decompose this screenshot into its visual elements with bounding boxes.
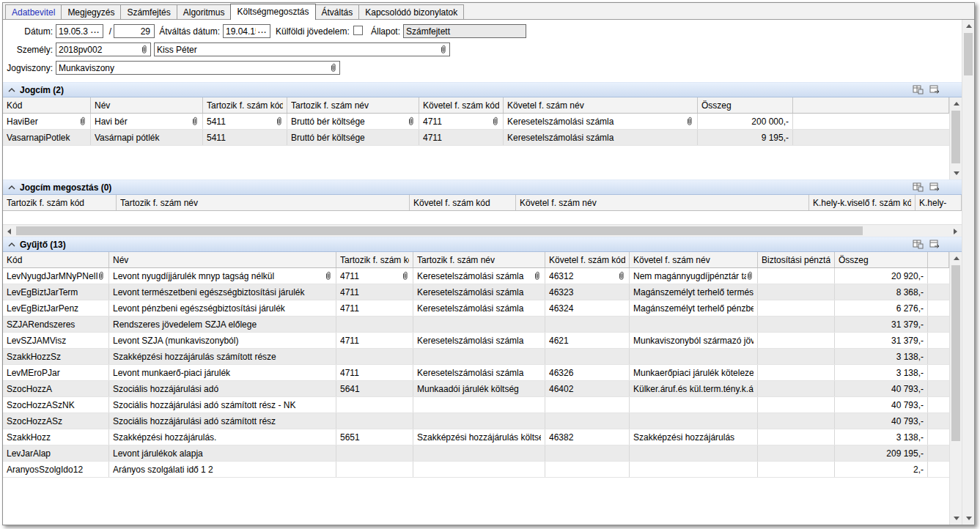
table-row[interactable]: LevJarAlapLevont járulékok alapja209 195… [3,445,949,462]
table-row[interactable]: LevEgBiztJarPenzLevont pénzbeni egészség… [3,300,949,317]
tab-kapcsolódó-bizonylatok[interactable]: Kapcsolódó bizonylatok [358,4,464,19]
scroll-thumb[interactable] [16,226,863,235]
attachment-icon[interactable] [534,271,541,281]
szemely-code-field[interactable]: 2018pv002 [56,42,151,56]
date-picker-button[interactable]: ... [89,26,100,37]
table-row[interactable]: LevNyugdJarMNyPNelILevont nyugdíjjárulék… [3,268,949,284]
tab-átváltás[interactable]: Átváltás [315,4,360,19]
table-row[interactable]: SzocHozzASzNKSzociális hozzájárulási adó… [3,397,949,413]
column-header[interactable]: K.hely-k.viselő f. szám kód [809,195,915,210]
section-header-gyujto[interactable]: Gyűjtő (13) [3,237,962,252]
attachment-icon[interactable] [97,271,105,281]
column-header[interactable]: Követel f. szám név [630,252,758,267]
scroll-up-button[interactable] [962,20,974,32]
column-header[interactable]: Tartozik f. szám kód [203,97,287,113]
column-header[interactable]: Követel f. szám kód [419,97,504,113]
section-header-jogcim-megosztas[interactable]: Jogcím megosztás (0) [3,180,962,195]
table-row[interactable]: LevSZJAMViszLevont SZJA (munkaviszonyból… [3,333,949,349]
attachment-icon[interactable] [408,116,415,126]
scroll-thumb[interactable] [951,111,960,163]
atvaltas-datum-field[interactable]: 19.04.15. ... [223,24,270,38]
grid-export-icon[interactable] [929,240,940,249]
scroll-down-button[interactable] [950,512,962,525]
megosztas-horizontal-scrollbar[interactable] [3,224,962,237]
tab-számfejtés[interactable]: Számfejtés [120,4,177,19]
cell-text: SzakkHozz [7,432,105,443]
column-header[interactable]: Követel f. szám név [504,97,698,113]
column-header[interactable]: Név [109,252,336,267]
scroll-track[interactable] [950,264,962,512]
jogcim-vertical-scrollbar[interactable] [949,97,962,180]
scroll-left-button[interactable] [3,225,15,237]
grid-layout-icon[interactable] [913,182,924,192]
scroll-down-button[interactable] [962,512,974,525]
column-header[interactable]: Név [91,97,203,113]
attachment-icon[interactable] [492,116,499,126]
attachment-icon[interactable] [79,116,86,126]
section-header-jogcim[interactable]: Jogcím (2) [3,82,962,97]
table-row[interactable]: SZJARendszeresRendszeres jövedelem SZJA … [3,317,949,333]
scroll-track[interactable] [15,225,949,237]
attachment-icon[interactable] [191,116,199,126]
attachment-icon[interactable] [440,45,447,54]
gyujto-vertical-scrollbar[interactable] [949,252,962,525]
grid-export-icon[interactable] [929,85,940,95]
column-header[interactable]: Kód [3,97,91,113]
scroll-track[interactable] [950,110,962,167]
column-header[interactable]: Tartozik f. szám kód [336,252,413,267]
table-row[interactable]: LevMEroPJarLevont munkaerő-piaci járulék… [3,365,949,381]
column-header[interactable]: K.hely- [915,195,962,210]
scroll-right-button[interactable] [949,225,962,237]
grid-layout-icon[interactable] [913,240,924,249]
column-header[interactable]: Tartozik f. szám név [413,252,545,267]
date-picker-button[interactable]: ... [256,26,268,37]
column-header[interactable]: Követel f. szám név [516,195,809,210]
datum-field[interactable]: 19.05.31. ... [56,24,103,38]
attachment-icon[interactable] [276,116,283,126]
kulfoldi-jovedelem-checkbox[interactable] [353,26,363,35]
table-row[interactable]: HaviBerHavi bér5411Bruttó bér költsége47… [3,114,949,130]
tab-adatbevitel[interactable]: Adatbevitel [5,4,62,19]
attachment-icon[interactable] [618,271,625,281]
column-header[interactable] [928,252,949,267]
scroll-thumb[interactable] [964,33,973,75]
table-row[interactable]: VasarnapiPotlekVasárnapi pótlék5411Brutt… [3,130,949,146]
column-header[interactable]: Tartozik f. szám név [117,195,410,210]
main-vertical-scrollbar[interactable] [962,20,974,525]
attachment-icon[interactable] [746,271,754,281]
table-row[interactable]: AranyosSzolgIdo12Arányos szolgálati idő … [3,462,949,478]
jogviszony-field[interactable]: Munkaviszony [56,61,340,75]
tab-költségmegosztás[interactable]: Költségmegosztás [230,4,315,20]
cell-text: Szociális hozzájárulási adó [113,384,332,394]
tab-algoritmus[interactable]: Algoritmus [177,4,232,19]
column-header[interactable] [793,97,949,113]
attachment-icon[interactable] [141,45,148,54]
table-row[interactable]: LevEgBiztJarTermLevont természetbeni egé… [3,284,949,300]
tab-megjegyzés[interactable]: Megjegyzés [61,4,121,19]
attachment-icon[interactable] [402,271,409,281]
scroll-thumb[interactable] [951,265,960,441]
table-row[interactable]: SzakkHozzSzSzakképzési hozzájárulás szám… [3,349,949,365]
attachment-icon[interactable] [686,116,693,126]
column-header[interactable]: Tartozik f. szám név [287,97,419,113]
column-header[interactable]: Biztosítási pénztár [758,252,835,267]
column-header[interactable]: Összeg [835,252,928,267]
scroll-track[interactable] [962,32,974,512]
attachment-icon[interactable] [330,63,337,73]
table-row[interactable]: SzocHozzASzociális hozzájárulási adó5641… [3,381,949,397]
szemely-name-field[interactable]: Kiss Péter [154,42,450,56]
column-header[interactable]: Követel f. szám kód [410,195,516,210]
column-header[interactable]: Összeg [698,97,793,113]
column-header[interactable]: Tartozik f. szám kód [3,195,117,210]
column-header[interactable]: Kód [3,252,109,267]
grid-layout-icon[interactable] [913,85,924,95]
grid-export-icon[interactable] [929,182,940,192]
attachment-icon[interactable] [325,271,332,281]
scroll-up-button[interactable] [950,97,962,110]
day-field[interactable]: 29 [114,24,155,38]
table-row[interactable]: SzocHozzASzSzociális hozzájárulási adó s… [3,413,949,429]
scroll-up-button[interactable] [950,252,962,264]
table-row[interactable]: SzakkHozzSzakképzési hozzájárulás.5651Sz… [3,429,949,445]
scroll-down-button[interactable] [950,167,962,180]
column-header[interactable]: Követel f. szám kód [545,252,630,267]
